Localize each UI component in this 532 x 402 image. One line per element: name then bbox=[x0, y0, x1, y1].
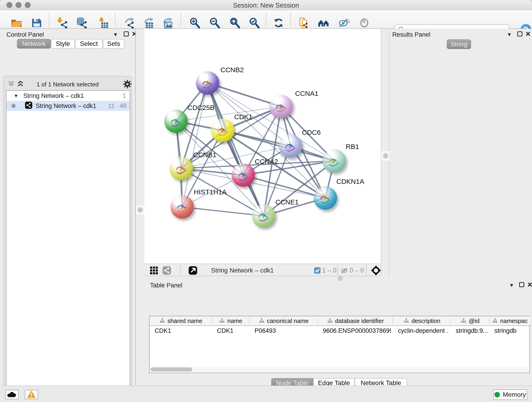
network-node-CCNB2[interactable] bbox=[196, 71, 219, 95]
table-cell[interactable]: CDK1 bbox=[155, 327, 210, 334]
column-header-shared-name[interactable]: shared name bbox=[150, 316, 212, 326]
graphics-details-button[interactable] bbox=[337, 17, 350, 30]
network-edge-count: 48 bbox=[120, 102, 127, 109]
network-node-CDC25B[interactable] bbox=[164, 109, 188, 133]
refresh-button[interactable] bbox=[272, 17, 285, 30]
level-of-detail-button[interactable] bbox=[358, 17, 371, 30]
scrollbar-thumb[interactable] bbox=[151, 367, 192, 371]
protein-structure-thumbnail bbox=[273, 100, 290, 116]
protein-structure-thumbnail bbox=[214, 124, 231, 140]
selected-checkbox-icon[interactable] bbox=[314, 267, 321, 275]
zoom-selected-button[interactable] bbox=[248, 17, 261, 30]
open-session-button[interactable] bbox=[10, 17, 23, 30]
node-label-CCNB2: CCNB2 bbox=[220, 66, 244, 74]
birds-eye-toggle-button[interactable] bbox=[371, 265, 381, 277]
export-table-button[interactable] bbox=[142, 17, 155, 30]
panel-menu-icon[interactable]: ▼ bbox=[113, 32, 118, 38]
table-cell[interactable]: CDK1 bbox=[217, 327, 248, 334]
zoom-in-button[interactable] bbox=[188, 17, 201, 30]
zoom-fit-button[interactable] bbox=[228, 17, 241, 30]
network-view-toolbar: String Network – cdk1 1 – 0 0 – 0 bbox=[144, 264, 381, 276]
tab-select[interactable]: Select bbox=[75, 39, 103, 49]
network-row-selected[interactable]: String Network – cdk1 11 48 bbox=[6, 101, 130, 111]
node-table: shared namenamecanonical namedatabase id… bbox=[149, 316, 530, 373]
network-node-CDKN1A[interactable] bbox=[314, 186, 337, 210]
separator bbox=[180, 265, 181, 275]
table-cell[interactable]: stringdb bbox=[494, 327, 528, 334]
export-image-button[interactable] bbox=[161, 17, 174, 30]
grid-view-button[interactable] bbox=[149, 266, 158, 276]
toolbar-separator bbox=[181, 13, 181, 26]
table-panel: Table Panel ▼ × f(x) shared namenamecano… bbox=[144, 281, 532, 385]
table-cell[interactable]: P06493 bbox=[254, 327, 316, 334]
memory-button[interactable]: Memory bbox=[493, 389, 527, 400]
table-cell[interactable]: 9606.ENSP00000378699 bbox=[323, 327, 391, 334]
network-node-CCNE1[interactable] bbox=[252, 204, 275, 228]
tab-style[interactable]: Style bbox=[51, 39, 75, 49]
table-cell[interactable]: stringdb:9... bbox=[456, 327, 488, 334]
collection-label: String Network – cdk1 bbox=[23, 92, 84, 99]
houses-icon bbox=[317, 17, 329, 30]
network-badge-gray-icon bbox=[162, 266, 171, 276]
window-title: Session: New Session bbox=[0, 2, 532, 9]
column-header-namespac[interactable]: namespac bbox=[489, 316, 530, 326]
import-network-database-button[interactable] bbox=[75, 17, 88, 30]
collection-count: 1 bbox=[123, 92, 126, 99]
float-panel-icon[interactable] bbox=[124, 32, 129, 37]
network-node-CCNA1[interactable] bbox=[269, 95, 293, 118]
toolbar-separator bbox=[115, 13, 115, 26]
column-header-name[interactable]: name bbox=[212, 316, 249, 326]
network-canvas[interactable]: CCNB2 CCNA1 CDC25B CDK1 CDC6 RB1 CCNB1 C… bbox=[144, 29, 381, 264]
network-node-CDK1[interactable] bbox=[211, 119, 234, 142]
table-cell[interactable]: cyclin-dependent ... bbox=[398, 327, 449, 334]
title-bar[interactable]: Session: New Session bbox=[0, 0, 532, 10]
network-node-CCNB1[interactable] bbox=[170, 157, 193, 180]
detach-view-button[interactable] bbox=[188, 266, 197, 276]
zoom-out-button[interactable] bbox=[208, 17, 221, 30]
node-label-CDK1: CDK1 bbox=[234, 113, 253, 121]
tab-sets[interactable]: Sets bbox=[103, 39, 124, 49]
left-splitter-handle[interactable] bbox=[136, 205, 145, 215]
column-header-canonical-name[interactable]: canonical name bbox=[249, 316, 318, 326]
network-node-CDC6[interactable] bbox=[279, 134, 302, 158]
warnings-button[interactable] bbox=[25, 390, 38, 399]
protein-structure-thumbnail bbox=[282, 139, 299, 155]
network-node-count: 11 bbox=[108, 102, 114, 109]
network-node-RB1[interactable] bbox=[323, 149, 346, 172]
panel-menu-icon[interactable]: ▼ bbox=[509, 282, 514, 288]
import-table-button[interactable] bbox=[97, 17, 109, 30]
close-panel-icon[interactable]: × bbox=[526, 32, 530, 36]
table-panel-title: Table Panel bbox=[150, 282, 182, 289]
import-network-icon bbox=[56, 17, 68, 30]
memory-status-icon bbox=[494, 392, 500, 397]
float-panel-icon[interactable] bbox=[517, 32, 522, 37]
network-selection-status: 1 of 1 Network selected bbox=[4, 81, 132, 88]
left-panel-splitter[interactable] bbox=[135, 29, 144, 385]
bottom-splitter-handle[interactable] bbox=[338, 276, 342, 281]
float-panel-icon[interactable] bbox=[519, 282, 524, 288]
protein-structure-thumbnail bbox=[173, 162, 190, 178]
export-network-button[interactable] bbox=[123, 17, 135, 30]
hidden-eye-icon[interactable] bbox=[340, 267, 348, 275]
save-session-button[interactable] bbox=[30, 17, 43, 30]
cloud-button[interactable] bbox=[5, 390, 19, 399]
collection-caret-icon[interactable]: ▼ bbox=[14, 93, 18, 99]
network-collection-row[interactable]: ▼ String Network – cdk1 1 bbox=[6, 91, 130, 101]
toolbar-separator bbox=[266, 13, 266, 26]
home-button[interactable] bbox=[317, 17, 330, 30]
right-splitter-handle[interactable] bbox=[381, 151, 390, 161]
table-horizontal-scrollbar[interactable] bbox=[150, 367, 529, 372]
column-header--id[interactable]: @id bbox=[451, 316, 489, 326]
column-header-database-identifier[interactable]: database identifier bbox=[318, 316, 393, 326]
panel-menu-icon[interactable]: ▼ bbox=[507, 32, 512, 38]
column-header-description[interactable]: description bbox=[393, 316, 451, 326]
import-network-file-button[interactable] bbox=[56, 17, 68, 30]
tab-network[interactable]: Network bbox=[17, 39, 51, 49]
close-panel-icon[interactable]: × bbox=[527, 282, 532, 287]
tab-string[interactable]: String bbox=[447, 39, 471, 49]
network-from-file-button[interactable] bbox=[298, 17, 311, 30]
network-list-options-button[interactable] bbox=[123, 80, 132, 89]
protein-structure-thumbnail bbox=[255, 209, 272, 225]
network-node-CCNA2[interactable] bbox=[232, 163, 255, 187]
network-node-HIST1H1A[interactable] bbox=[171, 195, 194, 219]
